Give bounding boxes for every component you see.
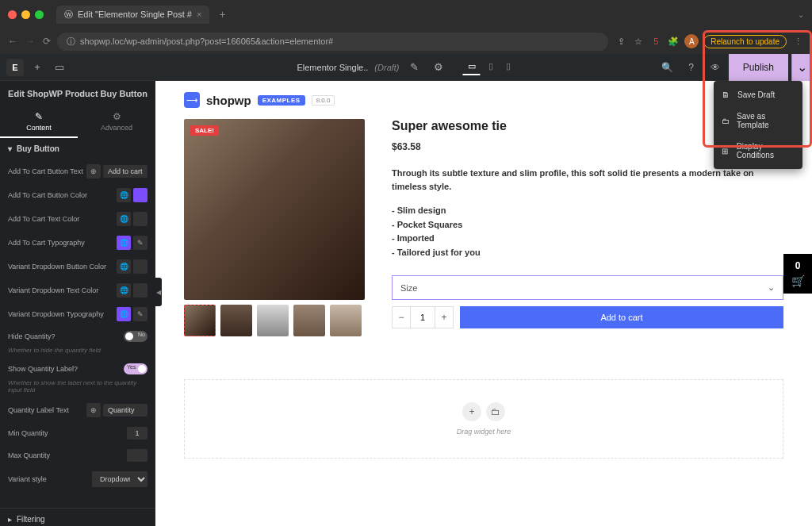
product-thumbnail[interactable] — [257, 305, 289, 336]
add-to-cart-button[interactable]: Add to cart — [460, 306, 783, 328]
share-icon[interactable]: ⇪ — [615, 35, 627, 48]
extension-icon[interactable]: 5 — [649, 35, 662, 48]
variant-typography-control: Variant Dropdown Typography 🌐 ✎ — [0, 302, 155, 326]
close-tab-icon[interactable]: × — [197, 10, 201, 19]
feature-item: - Tailored just for you — [392, 246, 783, 260]
publish-button[interactable]: Publish — [729, 54, 788, 81]
feature-item: - Imported — [392, 232, 783, 246]
tablet-device-icon[interactable]: ▯ — [484, 59, 498, 75]
product-thumbnail[interactable] — [293, 305, 325, 336]
globe-icon[interactable]: 🌐 — [117, 283, 131, 298]
globe-icon[interactable]: 🌐 — [117, 236, 131, 250]
back-button[interactable]: ← — [8, 36, 17, 47]
mobile-device-icon[interactable]: ▯ — [501, 59, 515, 75]
globe-icon[interactable]: 🌐 — [117, 307, 131, 321]
display-conditions-item[interactable]: ⊞ Display Conditions — [714, 136, 802, 166]
document-title[interactable]: Elementor Single.. — [297, 63, 368, 72]
color-swatch[interactable] — [133, 212, 147, 226]
browser-address-bar: ← → ⟳ ⓘ shopwp.loc/wp-admin/post.php?pos… — [0, 29, 812, 54]
show-quantity-help: Whether to show the label next to the qu… — [0, 379, 155, 398]
drop-hint: Drag widget here — [207, 428, 760, 436]
menu-icon[interactable]: ⋮ — [791, 35, 804, 48]
edit-icon[interactable]: ✎ — [133, 307, 147, 321]
max-quantity-input[interactable] — [127, 449, 147, 462]
publish-options-chevron[interactable]: ⌄ — [791, 54, 812, 81]
dynamic-tags-icon[interactable]: ⊕ — [86, 164, 101, 179]
globe-icon[interactable]: 🌐 — [117, 212, 131, 226]
quantity-minus-button[interactable]: − — [392, 306, 411, 328]
close-window-button[interactable] — [8, 10, 17, 19]
puzzle-icon[interactable]: 🧩 — [667, 35, 680, 48]
help-icon[interactable]: ? — [681, 57, 702, 78]
star-icon[interactable]: ☆ — [632, 35, 645, 48]
save-draft-item[interactable]: 🗎 Save Draft — [714, 84, 802, 106]
save-template-item[interactable]: 🗀 Save as Template — [714, 106, 802, 136]
show-quantity-label-control: Show Quantity Label? Yes — [0, 359, 155, 379]
product-thumbnail[interactable] — [184, 305, 216, 336]
elementor-sidebar: ◀ Edit ShopWP Product Buy Button ✎ Conte… — [0, 81, 155, 526]
content-tab[interactable]: ✎ Content — [0, 106, 78, 138]
floating-cart[interactable]: 0 🛒 — [783, 254, 812, 294]
new-tab-button[interactable]: + — [214, 8, 230, 21]
conditions-icon: ⊞ — [722, 147, 730, 155]
dynamic-tags-icon[interactable]: ⊕ — [86, 403, 101, 417]
reload-button[interactable]: ⟳ — [43, 36, 51, 47]
sidebar-collapse-handle[interactable]: ◀ — [155, 278, 162, 306]
product-thumbnail[interactable] — [220, 305, 252, 336]
finder-search-icon[interactable]: 🔍 — [657, 57, 678, 78]
product-main-image[interactable]: SALE! — [184, 119, 365, 300]
hide-quantity-toggle[interactable]: No — [124, 331, 147, 342]
hide-quantity-control: Hide Quantity? No — [0, 326, 155, 347]
pencil-icon: ✎ — [5, 111, 73, 122]
structure-button[interactable]: ▭ — [51, 59, 68, 76]
filtering-section[interactable]: ▸ Filtering — [0, 508, 155, 526]
variant-style-control: Variant style Dropdown — [0, 466, 155, 492]
url-field[interactable]: ⓘ shopwp.loc/wp-admin/post.php?post=1660… — [57, 33, 608, 51]
globe-icon[interactable]: 🌐 — [117, 259, 131, 274]
elementor-logo[interactable]: E — [6, 59, 24, 76]
tabs-chevron-icon[interactable]: ⌄ — [798, 10, 804, 19]
feature-item: - Slim design — [392, 204, 783, 218]
chevron-down-icon: ⌄ — [768, 282, 775, 293]
product-thumbnail[interactable] — [330, 305, 362, 336]
quantity-value[interactable]: 1 — [411, 306, 435, 328]
widget-drop-zone[interactable]: + 🗀 Drag widget here — [184, 379, 783, 459]
desktop-device-icon[interactable]: ▭ — [463, 59, 481, 75]
browser-tab[interactable]: ⓦ Edit "Elementor Single Post # × — [56, 6, 209, 24]
add-widget-icon[interactable]: + — [462, 402, 481, 421]
profile-avatar[interactable]: A — [684, 34, 699, 48]
add-to-cart-text-input[interactable] — [103, 165, 147, 178]
shopwp-header: ⟶ shopwp EXAMPLES 8.0.0 — [184, 92, 783, 108]
folder-icon[interactable]: 🗀 — [486, 402, 505, 421]
color-swatch[interactable] — [133, 188, 147, 202]
quantity-label-input[interactable] — [103, 404, 147, 417]
variant-style-select[interactable]: Dropdown — [92, 471, 147, 487]
draft-status: (Draft) — [374, 63, 399, 72]
show-quantity-label-toggle[interactable]: Yes — [124, 363, 147, 374]
advanced-tab-label: Advanced — [101, 124, 132, 132]
product-gallery: SALE! — [184, 119, 365, 336]
color-swatch[interactable] — [133, 259, 147, 274]
quantity-stepper: − 1 + — [392, 306, 454, 328]
settings-gear-icon[interactable]: ⚙ — [430, 59, 447, 76]
edit-icon[interactable]: ✎ — [133, 236, 147, 250]
shopwp-brand: shopwp — [206, 94, 251, 107]
min-quantity-control: Min Quantity — [0, 422, 155, 444]
quantity-plus-button[interactable]: + — [435, 306, 454, 328]
edit-title-icon[interactable]: ✎ — [406, 59, 423, 76]
color-swatch[interactable] — [133, 283, 147, 298]
maximize-window-button[interactable] — [35, 10, 44, 19]
globe-icon[interactable]: 🌐 — [117, 188, 131, 202]
relaunch-button[interactable]: Relaunch to update — [703, 35, 787, 48]
forward-button[interactable]: → — [25, 36, 35, 47]
minimize-window-button[interactable] — [21, 10, 30, 19]
site-info-icon[interactable]: ⓘ — [67, 36, 75, 48]
buy-button-section[interactable]: ▾ Buy Button — [0, 138, 155, 159]
size-dropdown[interactable]: Size ⌄ — [392, 275, 783, 300]
add-widget-button[interactable]: + — [29, 59, 46, 76]
advanced-tab[interactable]: ⚙ Advanced — [78, 106, 155, 138]
cart-icon: 🛒 — [783, 275, 812, 287]
min-quantity-input[interactable] — [127, 427, 147, 440]
preview-eye-icon[interactable]: 👁 — [705, 57, 726, 78]
hide-quantity-help: Whether to hide the quantity field — [0, 347, 155, 359]
